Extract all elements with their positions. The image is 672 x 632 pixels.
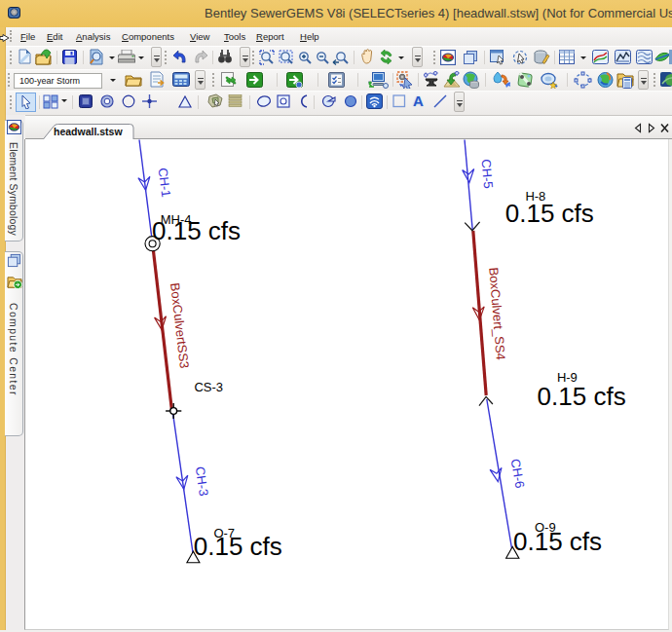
svg-text:CH-3: CH-3 [193, 465, 211, 497]
svg-text:BoxCulvert_SS4: BoxCulvert_SS4 [486, 267, 507, 360]
svg-text:CH-5: CH-5 [478, 159, 496, 190]
svg-text:0.15 cfs: 0.15 cfs [513, 527, 602, 556]
svg-text:CS-3: CS-3 [194, 380, 223, 394]
svg-text:0.15 cfs: 0.15 cfs [538, 382, 626, 411]
svg-text:0.15 cfs: 0.15 cfs [505, 199, 594, 228]
svg-text:CH-1: CH-1 [156, 167, 174, 198]
svg-text:0.15 cfs: 0.15 cfs [152, 216, 241, 245]
svg-text:CH-6: CH-6 [508, 458, 528, 489]
svg-text:BoxCulvertSS3: BoxCulvertSS3 [168, 282, 192, 369]
svg-text:0.15 cfs: 0.15 cfs [194, 532, 282, 561]
